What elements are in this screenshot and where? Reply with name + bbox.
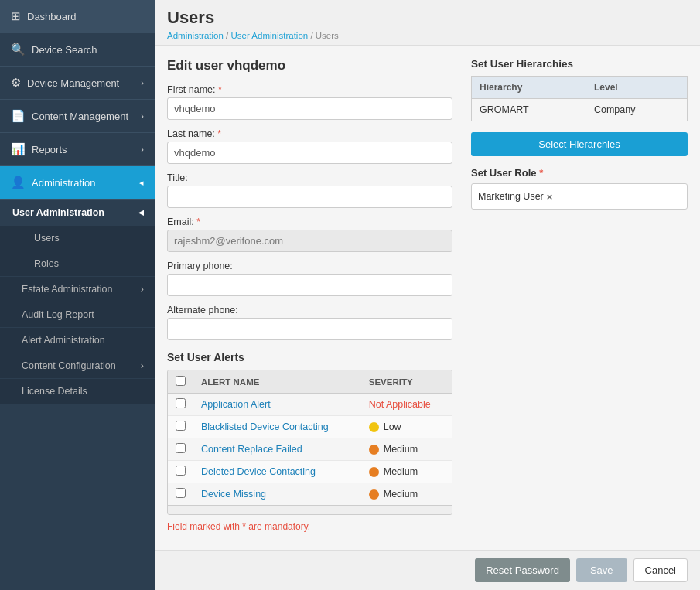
sidebar-subitem-label: Estate Administration <box>22 284 112 295</box>
alert-row: Deleted Device ContactingMedium <box>168 461 452 483</box>
sidebar-subitem-label: Content Configuration <box>22 360 116 371</box>
alert-checkbox[interactable] <box>176 466 186 476</box>
alert-row: Application AlertNot Applicable <box>168 394 452 416</box>
primary-phone-input[interactable] <box>167 274 452 296</box>
sidebar-subitem-label: User Administration <box>12 207 104 218</box>
dashboard-icon: ⊞ <box>11 9 21 23</box>
alert-name: Application Alert <box>193 394 361 416</box>
sidebar: ⊞ Dashboard 🔍 Device Search ⚙ Device Man… <box>0 0 155 590</box>
sidebar-item-estate-administration[interactable]: Estate Administration › <box>0 277 155 302</box>
sidebar-item-label: Administration <box>32 177 95 189</box>
sidebar-submenu: User Administration ◂ Users Roles Estate… <box>0 200 155 404</box>
chevron-left-icon: ◂ <box>139 178 144 188</box>
reset-password-button[interactable]: Reset Password <box>475 558 570 582</box>
hierarchy-col-header: Hierarchy <box>472 77 586 99</box>
reports-icon: 📊 <box>11 142 26 156</box>
sidebar-subitem-label: Alert Administration <box>22 335 105 346</box>
alert-severity: Medium <box>361 461 452 483</box>
sidebar-subitem-label: Users <box>34 233 60 244</box>
sidebar-item-user-administration[interactable]: User Administration ◂ <box>0 200 155 226</box>
alert-row: Blacklisted Device ContactingLow <box>168 416 452 438</box>
alert-severity: Not Applicable <box>361 394 452 416</box>
hierarchy-table: Hierarchy Level GROMART Company <box>471 76 688 121</box>
sidebar-item-device-search[interactable]: 🔍 Device Search <box>0 33 155 67</box>
alerts-table-wrapper: ALERT NAME SEVERITY Application AlertNot… <box>167 370 452 515</box>
level-value: Company <box>586 99 688 121</box>
email-label: Email: * <box>167 217 452 227</box>
alert-checkbox[interactable] <box>176 398 186 408</box>
page-title: Users <box>167 8 688 28</box>
sidebar-item-label: Reports <box>32 144 67 155</box>
alerts-section-title: Set User Alerts <box>167 351 452 363</box>
right-panel: Set User Hierarchies Hierarchy Level GRO… <box>471 58 688 537</box>
alert-checkbox[interactable] <box>176 421 186 431</box>
chevron-right-icon: › <box>141 284 144 295</box>
email-input[interactable] <box>167 230 452 252</box>
alert-name: Deleted Device Contacting <box>193 461 361 483</box>
form-panel: Edit user vhqdemo First name: * Last nam… <box>167 58 452 537</box>
sidebar-subitem-label: Roles <box>34 258 59 269</box>
alert-checkbox[interactable] <box>176 443 186 453</box>
role-tag-remove-button[interactable]: × <box>547 191 553 203</box>
sidebar-item-label: Device Management <box>27 77 119 89</box>
alert-row: Device MissingMedium <box>168 483 452 506</box>
mandatory-note: Field marked with * are mandatory. <box>167 521 452 532</box>
sidebar-subitem-label: Audit Log Report <box>22 309 94 320</box>
select-hierarchies-button[interactable]: Select Hierarchies <box>471 132 688 156</box>
sidebar-item-alert-administration[interactable]: Alert Administration <box>0 328 155 353</box>
sidebar-item-dashboard[interactable]: ⊞ Dashboard <box>0 0 155 33</box>
last-name-label: Last name: * <box>167 128 452 139</box>
hierarchy-row: GROMART Company <box>472 99 688 121</box>
title-label: Title: <box>167 172 452 183</box>
alert-row: Content Replace FailedMedium <box>168 438 452 461</box>
select-all-checkbox[interactable] <box>176 376 186 386</box>
alternate-phone-input[interactable] <box>167 318 452 340</box>
sidebar-item-label: Device Search <box>32 44 97 56</box>
edit-user-title: Edit user vhqdemo <box>167 58 452 73</box>
chevron-right-icon: › <box>141 111 144 121</box>
sidebar-item-content-configuration[interactable]: Content Configuration › <box>0 353 155 379</box>
sidebar-subitem-label: License Details <box>22 386 87 397</box>
content-area: Edit user vhqdemo First name: * Last nam… <box>155 46 700 550</box>
sidebar-item-roles[interactable]: Roles <box>0 251 155 277</box>
alert-severity: Medium <box>361 438 452 461</box>
sidebar-item-administration[interactable]: 👤 Administration ◂ <box>0 166 155 200</box>
chevron-left-icon: ◂ <box>138 206 144 218</box>
save-button[interactable]: Save <box>576 558 627 582</box>
first-name-label: First name: * <box>167 84 452 95</box>
sidebar-item-label: Content Management <box>32 111 128 122</box>
device-search-icon: 🔍 <box>11 43 26 56</box>
device-management-icon: ⚙ <box>11 76 21 90</box>
sidebar-item-license-details[interactable]: License Details <box>0 379 155 404</box>
breadcrumb: Administration / User Administration / U… <box>167 31 688 45</box>
sidebar-item-device-management[interactable]: ⚙ Device Management › <box>0 67 155 100</box>
sidebar-item-audit-log-report[interactable]: Audit Log Report <box>0 302 155 328</box>
role-input-box[interactable]: Marketing User × <box>471 183 688 210</box>
page-header: Users Administration / User Administrati… <box>155 0 700 46</box>
chevron-right-icon: › <box>141 145 144 154</box>
last-name-group: Last name: * <box>167 128 452 164</box>
first-name-input[interactable] <box>167 97 452 120</box>
administration-icon: 👤 <box>11 176 26 189</box>
alert-severity: Low <box>361 416 452 438</box>
alternate-phone-label: Alternate phone: <box>167 305 452 315</box>
title-input[interactable] <box>167 186 452 208</box>
alerts-table: ALERT NAME SEVERITY Application AlertNot… <box>168 370 452 505</box>
last-name-input[interactable] <box>167 142 452 164</box>
alert-name: Content Replace Failed <box>193 438 361 461</box>
sidebar-item-users[interactable]: Users <box>0 226 155 251</box>
chevron-right-icon: › <box>141 78 144 87</box>
role-tag-label: Marketing User <box>478 191 544 202</box>
sidebar-item-content-management[interactable]: 📄 Content Management › <box>0 100 155 133</box>
email-group: Email: * <box>167 217 452 252</box>
bottom-bar: Reset Password Save Cancel <box>155 550 700 590</box>
breadcrumb-administration[interactable]: Administration <box>167 31 224 40</box>
alert-severity: Medium <box>361 483 452 506</box>
sidebar-item-reports[interactable]: 📊 Reports › <box>0 133 155 166</box>
breadcrumb-user-administration[interactable]: User Administration <box>230 31 308 40</box>
sidebar-item-label: Dashboard <box>27 11 77 22</box>
first-name-group: First name: * <box>167 84 452 120</box>
alert-checkbox[interactable] <box>176 488 186 498</box>
severity-col-header: SEVERITY <box>361 370 452 394</box>
cancel-button[interactable]: Cancel <box>633 558 688 582</box>
